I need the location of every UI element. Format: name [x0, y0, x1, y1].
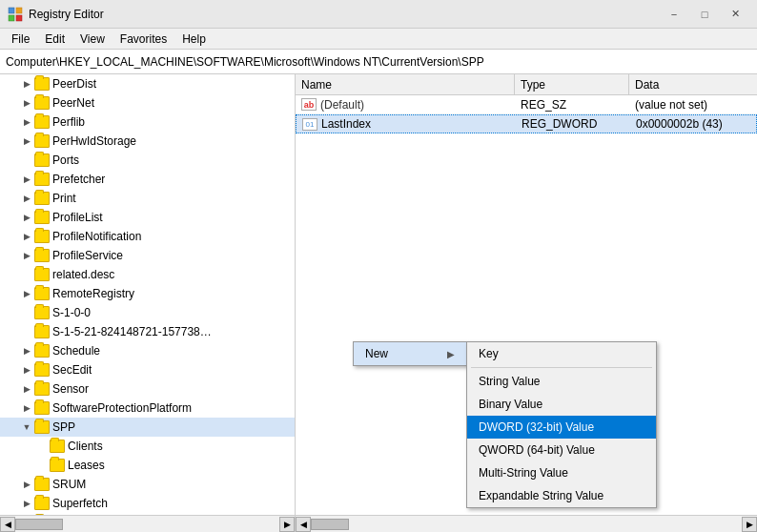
tree-item[interactable]: ▶Svchost	[0, 513, 295, 515]
expand-btn[interactable]: ▶	[19, 172, 34, 187]
tree-item[interactable]: ▶SoftwareProtectionPlatform	[0, 399, 295, 418]
tree-item-label: ProfileService	[52, 249, 123, 262]
tree-item[interactable]: ▶Superfetch	[0, 494, 295, 513]
bottom-bar: ◀ ▶ ◀ ▶	[0, 515, 757, 532]
expand-btn[interactable]: ▶	[19, 286, 34, 301]
address-path: Computer\HKEY_LOCAL_MACHINE\SOFTWARE\Mic…	[6, 55, 484, 69]
tree-item-label: ProfileList	[52, 211, 103, 224]
tree-item[interactable]: ▶SecEdit	[0, 360, 295, 379]
expand-btn[interactable]: ▶	[19, 248, 34, 263]
table-row[interactable]: 01LastIndexREG_DWORD0x0000002b (43)	[296, 114, 757, 133]
expand-btn[interactable]: ▶	[19, 191, 34, 206]
close-button[interactable]: ✕	[721, 4, 749, 25]
expand-btn[interactable]	[19, 267, 34, 282]
tree-item[interactable]: related.desc	[0, 265, 295, 284]
submenu-item[interactable]: Binary Value	[467, 393, 656, 416]
submenu-item[interactable]: Multi-String Value	[467, 461, 656, 484]
expand-btn[interactable]: ▶	[19, 95, 34, 111]
folder-icon	[50, 459, 65, 472]
expand-btn[interactable]: ▶	[19, 133, 34, 149]
tree-item[interactable]: ▶SRUM	[0, 475, 295, 494]
tree-item-label: S-1-0-0	[52, 306, 91, 319]
menu-edit[interactable]: Edit	[37, 31, 72, 48]
tree-item[interactable]: ▶PerHwIdStorage	[0, 132, 295, 151]
tree-item[interactable]: ▶ProfileNotification	[0, 227, 295, 246]
tree-item-label: S-1-5-21-824148721-157738…	[52, 325, 212, 338]
tree-item[interactable]: ▶Print	[0, 189, 295, 208]
folder-icon	[34, 211, 50, 224]
minimize-button[interactable]: −	[660, 4, 688, 25]
menu-help[interactable]: Help	[174, 31, 214, 48]
expand-btn[interactable]	[19, 305, 34, 320]
ctx-arrow: ▶	[447, 349, 455, 359]
col-header-name: Name	[296, 74, 515, 94]
registry-hscroll: ◀ ▶	[296, 516, 757, 532]
expand-btn[interactable]: ▶	[19, 210, 34, 225]
tree-scroll-right[interactable]: ▶	[279, 517, 295, 532]
expand-btn[interactable]	[19, 324, 34, 339]
submenu-item[interactable]: Expandable String Value	[467, 484, 656, 507]
expand-btn[interactable]	[34, 439, 50, 454]
expand-btn[interactable]	[34, 458, 50, 473]
reg-scroll-right[interactable]: ▶	[742, 517, 757, 532]
tree-item[interactable]: ▶ProfileList	[0, 208, 295, 227]
ctx-new-item[interactable]: New ▶	[354, 342, 466, 365]
row-type-cell: REG_DWORD	[516, 117, 630, 131]
menu-file[interactable]: File	[4, 31, 37, 48]
expand-btn[interactable]: ▶	[19, 381, 34, 397]
tree-item[interactable]: S-1-5-21-824148721-157738…	[0, 322, 295, 341]
submenu-item[interactable]: Key	[467, 342, 656, 365]
tree-item-label: ProfileNotification	[52, 230, 141, 243]
expand-btn[interactable]: ▶	[19, 76, 34, 92]
tree-item[interactable]: Clients	[0, 437, 295, 456]
menu-view[interactable]: View	[72, 31, 113, 48]
tree-scroll-left[interactable]: ◀	[0, 517, 15, 532]
folder-icon	[34, 173, 50, 186]
tree-scroll-thumb[interactable]	[15, 519, 63, 530]
tree-item[interactable]: ▼SPP	[0, 418, 295, 437]
tree-item[interactable]: ▶Sensor	[0, 379, 295, 399]
submenu-item[interactable]: String Value	[467, 370, 656, 393]
expand-btn[interactable]: ▶	[19, 343, 34, 358]
expand-btn[interactable]: ▼	[19, 419, 34, 435]
tree-item[interactable]: ▶Schedule	[0, 341, 295, 360]
tree-item[interactable]: Ports	[0, 151, 295, 170]
folder-icon	[34, 420, 50, 434]
tree-item-label: Print	[52, 192, 76, 205]
tree-item-label: Sensor	[52, 382, 89, 396]
folder-icon	[34, 96, 50, 110]
expand-btn[interactable]	[19, 153, 34, 168]
row-type-cell: REG_SZ	[515, 98, 629, 112]
reg-scroll-left[interactable]: ◀	[296, 517, 311, 532]
menu-favorites[interactable]: Favorites	[113, 31, 174, 48]
submenu-separator	[471, 367, 652, 368]
tree-item[interactable]: ▶PeerNet	[0, 93, 295, 113]
menu-bar: File Edit View Favorites Help	[0, 29, 757, 50]
tree-item[interactable]: ▶Perflib	[0, 113, 295, 132]
tree-item[interactable]: ▶RemoteRegistry	[0, 284, 295, 303]
tree-item[interactable]: S-1-0-0	[0, 303, 295, 322]
expand-btn[interactable]: ▶	[19, 362, 34, 378]
submenu-item[interactable]: QWORD (64-bit) Value	[467, 439, 656, 461]
right-panel: Name Type Data ab(Default)REG_SZ(value n…	[296, 74, 757, 515]
maximize-button[interactable]: □	[690, 4, 719, 25]
reg-scroll-thumb[interactable]	[311, 519, 349, 530]
expand-btn[interactable]: ▶	[19, 400, 34, 416]
tree-scroll[interactable]: ▶PeerDist▶PeerNet▶Perflib▶PerHwIdStorage…	[0, 74, 295, 515]
tree-item[interactable]: ▶PeerDist	[0, 74, 295, 93]
tree-item[interactable]: ▶Prefetcher	[0, 170, 295, 189]
tree-item[interactable]: ▶ProfileService	[0, 246, 295, 265]
folder-icon	[34, 344, 50, 358]
tree-item-label: Clients	[68, 440, 103, 453]
submenu-item[interactable]: DWORD (32-bit) Value	[467, 416, 656, 439]
tree-item-label: Ports	[52, 153, 79, 167]
tree-item-label: PeerNet	[52, 96, 94, 110]
folder-icon	[34, 249, 50, 262]
tree-item[interactable]: Leases	[0, 456, 295, 475]
expand-btn[interactable]: ▶	[19, 229, 34, 244]
tree-item-label: SPP	[52, 420, 75, 434]
expand-btn[interactable]: ▶	[19, 496, 34, 511]
expand-btn[interactable]: ▶	[19, 477, 34, 492]
table-row[interactable]: ab(Default)REG_SZ(value not set)	[296, 95, 757, 114]
expand-btn[interactable]: ▶	[19, 114, 34, 130]
